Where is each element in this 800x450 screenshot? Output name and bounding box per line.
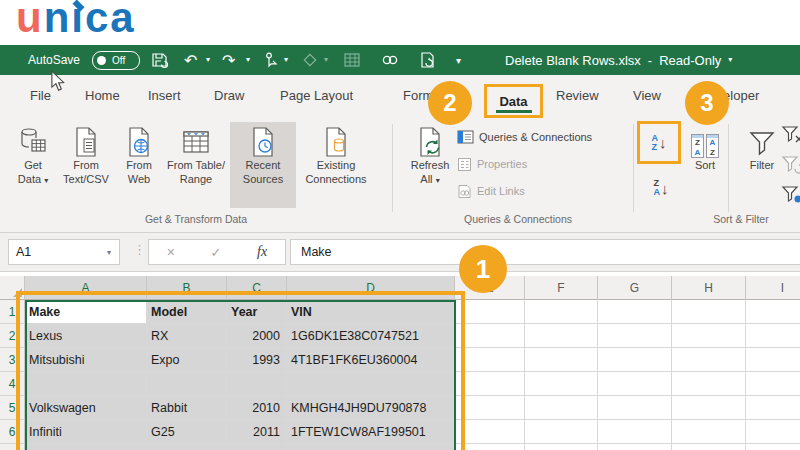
select-all-corner[interactable]: [0, 276, 25, 300]
cell-H3[interactable]: [672, 348, 746, 372]
clear-filter-button[interactable]: [781, 124, 800, 150]
advanced-filter-button[interactable]: [781, 184, 800, 210]
touch-mode-button[interactable]: [260, 45, 280, 75]
autosave-toggle[interactable]: Off: [92, 45, 140, 75]
row-header-6[interactable]: 6: [0, 420, 25, 444]
tab-data[interactable]: Data: [499, 94, 527, 109]
column-header-D[interactable]: D: [287, 276, 455, 300]
cell-E4[interactable]: [455, 372, 525, 396]
row-header-7[interactable]: 7: [0, 444, 25, 450]
edit-links-button[interactable]: Edit Links: [457, 180, 635, 202]
cell-G5[interactable]: [598, 396, 672, 420]
cell-G3[interactable]: [598, 348, 672, 372]
link-button[interactable]: [380, 45, 400, 75]
tab-insert[interactable]: Insert: [148, 88, 181, 103]
title-dropdown-icon[interactable]: ▾: [728, 56, 732, 64]
cell-B7[interactable]: Laser: [147, 444, 227, 450]
cell-G2[interactable]: [598, 324, 672, 348]
cell-A6[interactable]: Infiniti: [25, 420, 147, 444]
cell-B4[interactable]: [147, 372, 227, 396]
column-header-C[interactable]: C: [227, 276, 287, 300]
cell-A1[interactable]: Make: [25, 300, 147, 324]
sort-descending-button[interactable]: Z A ↓: [644, 170, 678, 206]
cell-E2[interactable]: [455, 324, 525, 348]
cell-H5[interactable]: [672, 396, 746, 420]
cell-G7[interactable]: [598, 444, 672, 450]
column-header-F[interactable]: F: [525, 276, 598, 300]
ribbon-display-options[interactable]: ▾: [456, 45, 461, 75]
table-button[interactable]: [342, 45, 362, 75]
cell-D4[interactable]: [287, 372, 455, 396]
cell-D1[interactable]: VIN: [287, 300, 455, 324]
column-header-H[interactable]: H: [672, 276, 746, 300]
save-button[interactable]: [150, 45, 170, 75]
cell-B6[interactable]: G25: [147, 420, 227, 444]
row-header-2[interactable]: 2: [0, 324, 25, 348]
cell-C1[interactable]: Year: [227, 300, 287, 324]
cell-D2[interactable]: 1G6DK1E38C0747521: [287, 324, 455, 348]
touch-mode-dropdown[interactable]: ▾: [284, 45, 288, 75]
cancel-icon[interactable]: ×: [167, 244, 175, 260]
inking-button[interactable]: [300, 45, 320, 75]
row-header-1[interactable]: 1: [0, 300, 25, 324]
existing-connections-button[interactable]: Existing Connections: [298, 122, 374, 208]
cell-H1[interactable]: [672, 300, 746, 324]
cell-E5[interactable]: [455, 396, 525, 420]
cell-C7[interactable]: 1985: [227, 444, 287, 450]
properties-button[interactable]: Properties: [457, 153, 635, 175]
cell-I2[interactable]: [746, 324, 800, 348]
cell-I7[interactable]: [746, 444, 800, 450]
row-header-4[interactable]: 4: [0, 372, 25, 396]
refresh-all-button[interactable]: Refresh All ▾: [403, 122, 457, 208]
cell-E3[interactable]: [455, 348, 525, 372]
cell-F1[interactable]: [525, 300, 598, 324]
cell-H6[interactable]: [672, 420, 746, 444]
tab-home[interactable]: Home: [85, 88, 120, 103]
tab-review[interactable]: Review: [556, 88, 599, 103]
redo-dropdown[interactable]: ▾: [246, 45, 250, 75]
cell-B2[interactable]: RX: [147, 324, 227, 348]
sort-ascending-button[interactable]: A Z ↓: [652, 134, 667, 152]
cell-F7[interactable]: [525, 444, 598, 450]
cell-D6[interactable]: 1FTEW1CW8AF199501: [287, 420, 455, 444]
from-text-csv-button[interactable]: From Text/CSV: [58, 122, 114, 208]
tab-page-layout[interactable]: Page Layout: [280, 88, 353, 103]
column-header-I[interactable]: I: [746, 276, 800, 300]
row-header-3[interactable]: 3: [0, 348, 25, 372]
tab-file[interactable]: File: [30, 88, 51, 103]
cell-E7[interactable]: [455, 444, 525, 450]
formula-input[interactable]: Make: [290, 239, 800, 265]
cell-I4[interactable]: [746, 372, 800, 396]
name-box-dropdown-icon[interactable]: ▾: [107, 248, 111, 257]
cell-C5[interactable]: 2010: [227, 396, 287, 420]
name-box[interactable]: A1 ▾: [8, 239, 120, 265]
column-header-B[interactable]: B: [147, 276, 227, 300]
cell-F6[interactable]: [525, 420, 598, 444]
cell-E6[interactable]: [455, 420, 525, 444]
cell-I5[interactable]: [746, 396, 800, 420]
cell-A5[interactable]: Volkswagen: [25, 396, 147, 420]
cell-G6[interactable]: [598, 420, 672, 444]
get-data-button[interactable]: Get Data ▾: [10, 122, 56, 208]
row-header-5[interactable]: 5: [0, 396, 25, 420]
inking-dropdown[interactable]: ▾: [324, 45, 328, 75]
cell-I1[interactable]: [746, 300, 800, 324]
cell-D5[interactable]: KMHGH4JH9DU790878: [287, 396, 455, 420]
cell-C6[interactable]: 2011: [227, 420, 287, 444]
cell-A2[interactable]: Lexus: [25, 324, 147, 348]
cell-B3[interactable]: Expo: [147, 348, 227, 372]
copy-refresh-button[interactable]: [418, 45, 438, 75]
cell-B1[interactable]: Model: [147, 300, 227, 324]
cell-C2[interactable]: 2000: [227, 324, 287, 348]
cell-A3[interactable]: Mitsubishi: [25, 348, 147, 372]
cell-H2[interactable]: [672, 324, 746, 348]
recent-sources-button[interactable]: Recent Sources: [230, 122, 296, 208]
cell-I6[interactable]: [746, 420, 800, 444]
cell-G1[interactable]: [598, 300, 672, 324]
cell-A4[interactable]: [25, 372, 147, 396]
undo-button[interactable]: ↶: [184, 45, 197, 75]
column-header-A[interactable]: A: [25, 276, 147, 300]
tab-draw[interactable]: Draw: [214, 88, 244, 103]
cell-D3[interactable]: 4T1BF1FK6EU360004: [287, 348, 455, 372]
cell-C4[interactable]: [227, 372, 287, 396]
